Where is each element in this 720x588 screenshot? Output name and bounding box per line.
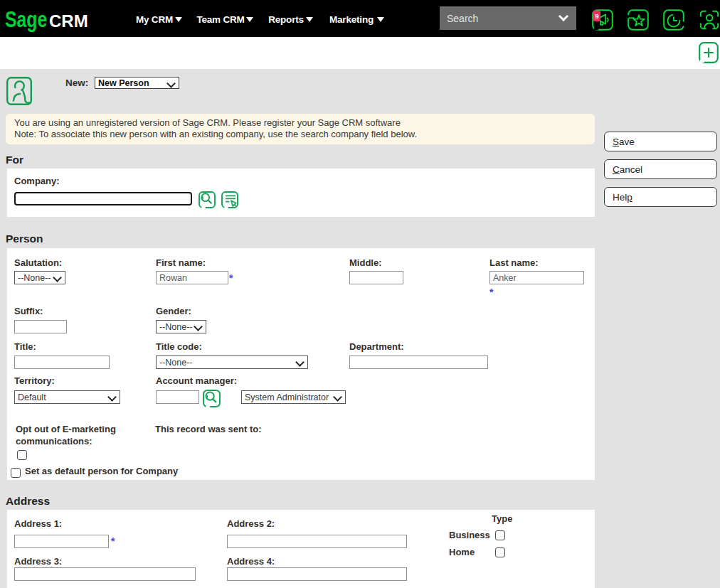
svg-text:9: 9 [595, 12, 598, 20]
